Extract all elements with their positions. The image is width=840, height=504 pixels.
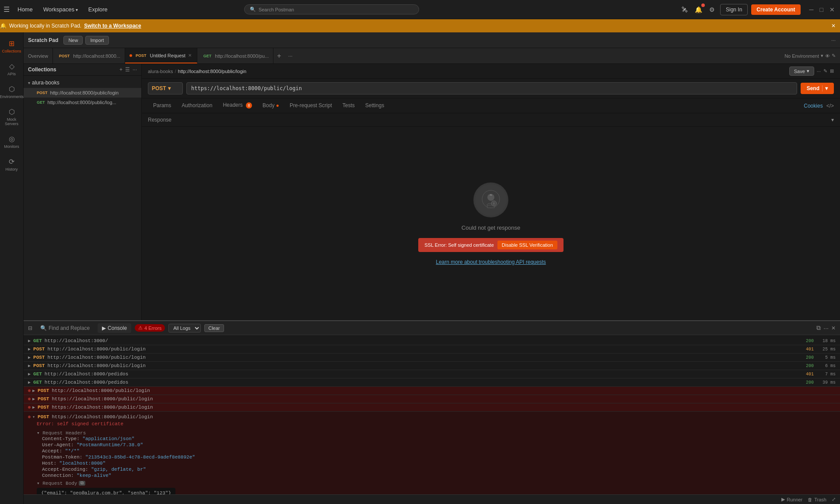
notif-switch-link[interactable]: Switch to a Workspace — [84, 23, 141, 29]
search-icon: 🔍 — [250, 7, 256, 12]
req-tab-params[interactable]: Params — [148, 99, 176, 113]
search-bar[interactable]: 🔍 Search Postman — [244, 4, 419, 14]
edit-icon[interactable]: ✎ — [823, 68, 827, 74]
req-tab-authorization[interactable]: Authorization — [176, 99, 217, 113]
learn-more-link[interactable]: Learn more about troubleshooting API req… — [436, 259, 546, 265]
req-tab-headers[interactable]: Headers 8 — [217, 98, 257, 113]
tab-post-localhost[interactable]: POST http://localhost:8000... — [53, 48, 125, 63]
create-account-button[interactable]: Create Account — [751, 4, 800, 15]
method-select[interactable]: POST ▾ — [148, 82, 183, 94]
scratch-more-icon[interactable]: ··· — [831, 37, 836, 43]
menu-icon[interactable]: ☰ — [4, 5, 10, 14]
add-tab-button[interactable]: + — [273, 52, 284, 60]
sidebar-item-monitors[interactable]: ◎ Monitors — [1, 131, 23, 152]
log-item-2[interactable]: ▶ POST http://localhost:8000/public/logi… — [24, 345, 840, 354]
request-body-icon[interactable]: ⧉ — [79, 481, 85, 486]
sidebar-label-environments: Environments — [0, 94, 24, 99]
log-status-3: 200 — [806, 355, 814, 360]
env-edit-icon[interactable]: ✎ — [832, 53, 836, 59]
log-item-9[interactable]: ⊗ ▶ POST https://localhost:8000/public/l… — [24, 403, 840, 412]
req-tab-tests[interactable]: Tests — [337, 99, 360, 113]
disable-ssl-button[interactable]: Disable SSL Verification — [497, 241, 557, 249]
import-button[interactable]: Import — [85, 36, 108, 45]
tree-chevron: ▾ — [28, 80, 30, 85]
env-eye-icon[interactable]: 👁 — [825, 53, 830, 59]
req-tab-pre-request[interactable]: Pre-request Script — [284, 99, 337, 113]
signin-button[interactable]: Sign In — [720, 4, 748, 15]
nav-explore[interactable]: Explore — [84, 4, 112, 14]
tree-group-header-alura-books[interactable]: ▾ alura-books — [24, 77, 141, 88]
req-tab-pre-request-label: Pre-request Script — [290, 102, 332, 108]
log-item-4[interactable]: ▶ POST http://localhost:8000/public/logi… — [24, 362, 840, 370]
breadcrumb-collection[interactable]: alura-books — [148, 69, 173, 74]
log-method-2: POST — [33, 346, 45, 352]
response-collapse-icon[interactable]: ▾ — [831, 117, 834, 123]
log-item-8[interactable]: ⊗ ▶ POST https://localhost:8000/public/l… — [24, 395, 840, 403]
cookies-link[interactable]: Cookies — [804, 103, 822, 109]
request-headers-title[interactable]: ▾ Request Headers — [37, 430, 195, 436]
log-item-5[interactable]: ▶ GET http://localhost:8000/pedidos 401 … — [24, 370, 840, 378]
settings-icon[interactable]: ⚙ — [707, 4, 717, 15]
find-replace-tab[interactable]: 🔍 Find and Replace — [36, 323, 94, 333]
notif-close-icon[interactable]: ✕ — [831, 23, 836, 29]
log-url-6: http://localhost:8000/pedidos — [45, 380, 797, 385]
breadcrumb-sep: / — [175, 69, 176, 74]
logs-select[interactable]: All Logs — [168, 324, 201, 332]
sidebar-item-environments[interactable]: ⬡ Environments — [1, 81, 23, 102]
runner-button[interactable]: ▶ Runner — [781, 497, 802, 502]
request-body-section: ▾ Request Body ⧉ {"email": "geo@alura.co… — [37, 480, 175, 494]
maximize-button[interactable]: □ — [818, 5, 825, 14]
notif-text: Working locally in Scratch Pad. — [9, 23, 81, 29]
console-close-icon[interactable]: ✕ — [831, 325, 836, 331]
satellite-icon[interactable]: 🛰 — [680, 4, 690, 15]
request-body-title[interactable]: ▾ Request Body ⧉ — [37, 480, 175, 486]
tab-get-localhost[interactable]: GET http://localhost:8000/pu... — [197, 48, 273, 63]
save-button[interactable]: Save ▾ — [789, 66, 814, 76]
clear-button[interactable]: Clear — [204, 324, 224, 332]
nav-workspaces[interactable]: Workspaces — [39, 4, 82, 14]
log-item-1[interactable]: ▶ GET http://localhost:3000/ 200 18 ms — [24, 337, 840, 345]
copy-icon[interactable]: ⧉ — [816, 324, 821, 332]
nav-home[interactable]: Home — [13, 4, 37, 14]
url-input[interactable] — [186, 82, 797, 94]
log-item-7[interactable]: ⊗ ▶ POST http://localhost:8000/public/lo… — [24, 387, 840, 395]
collections-more-icon[interactable]: ··· — [133, 66, 137, 73]
list-icon[interactable]: ☰ — [125, 66, 130, 73]
sidebar-item-mock-servers[interactable]: ⬡ Mock Servers — [1, 104, 23, 130]
notification-bar: 🔔 Working locally in Scratch Pad. Switch… — [0, 19, 840, 32]
tabs-more-button[interactable]: ··· — [285, 53, 296, 59]
trash-button[interactable]: 🗑 Trash — [808, 497, 826, 502]
toggle-panels-icon[interactable]: ⊟ — [28, 325, 32, 331]
header-val-content-type: "application/json" — [82, 436, 134, 441]
sidebar-item-collections[interactable]: ⊞ Collections — [1, 36, 23, 57]
log-item-10-expanded[interactable]: ⊗ ▾ POST https://localhost:8000/public/l… — [24, 412, 840, 494]
monitors-icon: ◎ — [9, 135, 15, 143]
tab-overview[interactable]: Overview — [24, 48, 53, 63]
tab-close-2[interactable]: ✕ — [187, 52, 192, 58]
send-button[interactable]: Send ▾ — [801, 83, 834, 94]
req-tab-settings[interactable]: Settings — [360, 99, 389, 113]
close-button[interactable]: ✕ — [828, 5, 836, 14]
sidebar-item-apis[interactable]: ◇ APIs — [1, 59, 23, 80]
tab-untitled-request[interactable]: POST Untitled Request ✕ — [125, 48, 197, 63]
expand-icon[interactable]: ⤢ — [832, 497, 836, 502]
console-tab[interactable]: ▶ Console — [98, 323, 131, 333]
minimize-button[interactable]: ─ — [808, 5, 816, 14]
tree-item-get-login[interactable]: GET http://localhost:8000/public/log... — [24, 98, 141, 107]
grid-icon[interactable]: ⊞ — [830, 68, 834, 74]
log-item-3[interactable]: ▶ POST http://localhost:8000/public/logi… — [24, 354, 840, 362]
tree-item-post-login[interactable]: POST http://localhost:8000/public/login — [24, 88, 141, 98]
environment-selector[interactable]: No Environment ▾ 👁 ✎ — [780, 53, 840, 59]
header-line-host: Host: "localhost:8000" — [37, 460, 195, 466]
sidebar-item-history[interactable]: ⟳ History — [1, 154, 23, 175]
console-more-icon[interactable]: ··· — [823, 325, 829, 332]
add-collection-icon[interactable]: + — [119, 66, 122, 73]
bell-icon[interactable]: 🔔 — [693, 4, 704, 15]
breadcrumb-more-icon[interactable]: ··· — [817, 69, 821, 74]
code-icon[interactable]: </> — [826, 103, 834, 109]
log-item-6[interactable]: ▶ GET http://localhost:8000/pedidos 200 … — [24, 378, 840, 387]
req-tab-body-label: Body — [262, 102, 274, 108]
collections-icon: ⊞ — [9, 39, 14, 48]
new-button[interactable]: New — [63, 36, 83, 45]
req-tab-body[interactable]: Body ● — [257, 99, 284, 113]
